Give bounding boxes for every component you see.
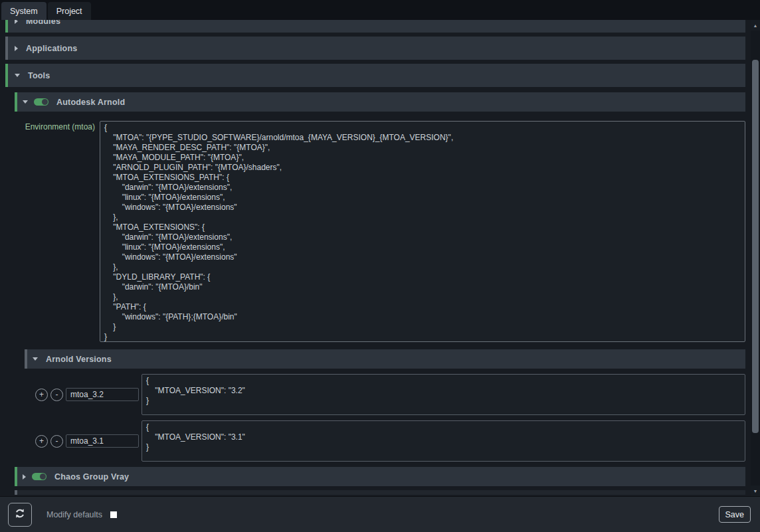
version-row: + - { "MTOA_VERSION": "3.1" } xyxy=(35,420,745,462)
chevron-right-icon xyxy=(15,20,18,24)
refresh-icon xyxy=(14,507,26,521)
section-header-chaos-group-vray[interactable]: Chaos Group Vray xyxy=(15,467,745,486)
version-key-input[interactable] xyxy=(66,434,139,448)
tab-system[interactable]: System xyxy=(1,2,47,20)
chevron-right-icon xyxy=(15,46,18,51)
vray-enabled-toggle[interactable] xyxy=(32,473,47,480)
scrollbar-thumb[interactable] xyxy=(752,60,759,433)
settings-scroll-area: Modules Applications Tools Autodesk Arno… xyxy=(0,20,751,496)
section-label: Applications xyxy=(26,44,77,53)
chevron-down-icon xyxy=(23,100,28,104)
toggle-knob-icon xyxy=(42,99,48,105)
section-header-modules[interactable]: Modules xyxy=(5,20,745,33)
remove-version-button[interactable]: - xyxy=(50,435,63,448)
footer-bar: Modify defaults Save xyxy=(0,496,760,532)
section-header-autodesk-arnold[interactable]: Autodesk Arnold xyxy=(15,92,745,112)
section-header-arnold-versions[interactable]: Arnold Versions xyxy=(25,349,745,369)
main-area: Modules Applications Tools Autodesk Arno… xyxy=(0,20,760,496)
modify-defaults-checkbox[interactable] xyxy=(110,511,117,518)
section-header-clipped[interactable] xyxy=(15,490,745,495)
save-button[interactable]: Save xyxy=(719,506,751,523)
tab-project[interactable]: Project xyxy=(48,2,91,20)
version-key-input[interactable] xyxy=(66,388,139,401)
section-label: Autodesk Arnold xyxy=(56,98,125,107)
scroll-up-button[interactable]: ▲ xyxy=(751,20,760,31)
section-label: Modules xyxy=(26,20,60,26)
environment-json-textarea[interactable]: { "MTOA": "{PYPE_STUDIO_SOFTWARE}/arnold… xyxy=(100,121,745,342)
version-json-textarea[interactable]: { "MTOA_VERSION": "3.1" } xyxy=(142,420,745,462)
modify-defaults-label: Modify defaults xyxy=(47,510,102,519)
version-json-textarea[interactable]: { "MTOA_VERSION": "3.2" } xyxy=(142,374,745,415)
add-version-button[interactable]: + xyxy=(35,389,48,401)
chevron-right-icon xyxy=(23,474,26,480)
scrollbar-track[interactable] xyxy=(751,31,760,486)
environment-label: Environment (mtoa) xyxy=(5,121,100,342)
section-label: Arnold Versions xyxy=(46,355,112,364)
section-header-tools[interactable]: Tools xyxy=(5,64,745,87)
chevron-down-icon xyxy=(15,74,20,77)
version-row: + - { "MTOA_VERSION": "3.2" } xyxy=(35,374,745,415)
environment-row: Environment (mtoa) { "MTOA": "{PYPE_STUD… xyxy=(5,121,745,342)
vertical-scrollbar[interactable]: ▲ ▼ xyxy=(751,20,760,496)
add-version-button[interactable]: + xyxy=(35,435,48,448)
remove-version-button[interactable]: - xyxy=(50,389,63,401)
section-label: Tools xyxy=(28,71,50,80)
section-header-applications[interactable]: Applications xyxy=(5,37,745,60)
chevron-down-icon xyxy=(33,357,38,361)
toggle-knob-icon xyxy=(40,474,46,480)
refresh-button[interactable] xyxy=(8,503,32,527)
arnold-enabled-toggle[interactable] xyxy=(34,98,48,106)
section-label: Chaos Group Vray xyxy=(54,472,129,482)
scroll-down-button[interactable]: ▼ xyxy=(751,486,760,496)
tools-body: Autodesk Arnold Environment (mtoa) { "MT… xyxy=(5,92,745,495)
tab-bar: System Project xyxy=(0,0,760,20)
